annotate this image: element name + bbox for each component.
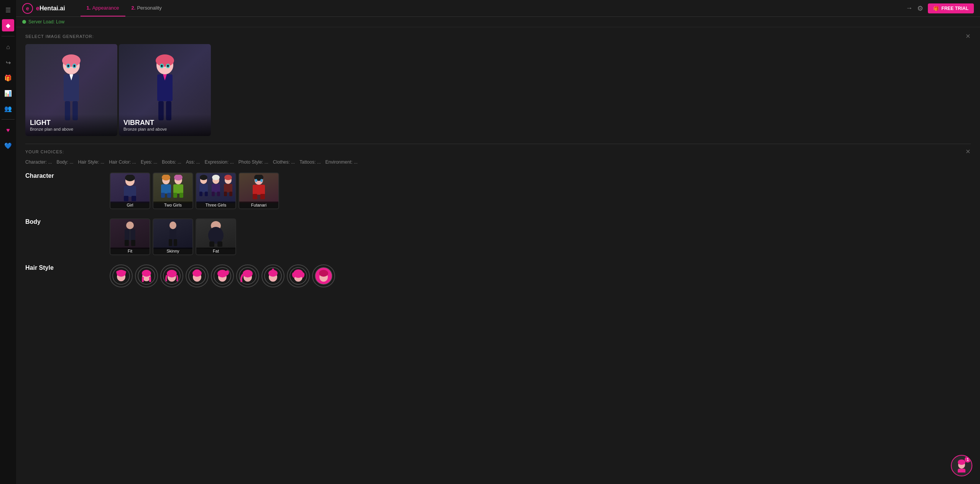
svg-point-64 xyxy=(169,221,176,229)
char-card-futanari[interactable]: Futanari xyxy=(238,172,279,209)
gen-card-light-overlay: LIGHT Bronze plan and above xyxy=(25,114,117,136)
sidebar-icon-login[interactable]: ↪ xyxy=(2,56,14,69)
main-area: e eHentai.ai 1. Appearance 2. Personalit… xyxy=(16,0,980,484)
generator-close-icon[interactable]: ✕ xyxy=(965,33,971,39)
svg-rect-34 xyxy=(173,184,183,194)
body-card-skinny[interactable]: Skinny xyxy=(153,218,193,255)
svg-point-38 xyxy=(200,175,207,180)
hair-card-8[interactable] xyxy=(287,264,310,287)
svg-rect-46 xyxy=(217,192,220,196)
chat-bubble[interactable]: 1 xyxy=(951,455,972,476)
character-section-title: Character xyxy=(25,172,102,179)
svg-rect-51 xyxy=(229,192,232,196)
char-card-two-girls-label: Two Girls xyxy=(153,202,192,208)
body-card-fit[interactable]: Fit xyxy=(110,218,150,255)
choice-hair-color: Hair Color: ... xyxy=(109,159,136,165)
sidebar-icon-group[interactable]: 👥 xyxy=(2,102,14,115)
choices-close-icon[interactable]: ✕ xyxy=(965,149,971,155)
svg-point-83 xyxy=(167,270,177,277)
hair-style-cards xyxy=(110,264,335,287)
choice-photo-style: Photo Style: ... xyxy=(238,159,268,165)
sidebar-icon-diamond[interactable]: ◆ xyxy=(2,19,14,31)
gen-card-light[interactable]: LIGHT Bronze plan and above xyxy=(25,44,117,136)
svg-rect-71 xyxy=(217,241,222,247)
svg-rect-66 xyxy=(169,239,172,246)
svg-rect-62 xyxy=(131,240,135,246)
nav-right: → ⚙ 🎁 FREE TRIAL xyxy=(906,3,974,13)
svg-rect-108 xyxy=(958,469,965,473)
sidebar-icon-home[interactable]: ⌂ xyxy=(2,41,14,53)
hair-style-title: Hair Style xyxy=(25,264,102,271)
gen-card-light-sub: Bronze plan and above xyxy=(30,127,113,131)
hair-card-3[interactable] xyxy=(160,264,183,287)
svg-rect-31 xyxy=(167,193,171,198)
choice-clothes: Clothes: ... xyxy=(273,159,295,165)
svg-point-58 xyxy=(260,179,263,182)
body-row: Body Fi xyxy=(25,218,971,255)
sidebar-icon-heart2[interactable]: 💙 xyxy=(2,139,14,152)
character-cards: Girl xyxy=(110,172,279,209)
svg-point-10 xyxy=(67,65,69,67)
settings-icon[interactable]: ⚙ xyxy=(917,4,923,13)
login-icon[interactable]: → xyxy=(906,4,913,12)
hair-style-icon-3 xyxy=(163,267,181,285)
choice-tattoos: Tattoos: ... xyxy=(299,159,321,165)
gen-card-light-title: LIGHT xyxy=(30,119,113,127)
char-card-girl[interactable]: Girl xyxy=(110,172,150,209)
hair-card-2[interactable] xyxy=(135,264,158,287)
svg-rect-24 xyxy=(124,186,136,197)
svg-point-59 xyxy=(126,221,134,229)
svg-rect-70 xyxy=(209,241,214,247)
body-card-skinny-bg xyxy=(153,219,192,249)
tab-personality[interactable]: 2. Personality xyxy=(125,0,168,16)
sidebar-divider xyxy=(2,36,15,36)
hair-card-4[interactable] xyxy=(186,264,209,287)
hair-style-icon-1 xyxy=(112,267,130,285)
choices-row: Character: ... Body: ... Hair Style: ...… xyxy=(25,159,971,165)
choices-section: YOUR CHOICES: ✕ Character: ... Body: ...… xyxy=(25,149,971,165)
hair-style-icon-6 xyxy=(238,267,257,285)
sidebar-icon-heart[interactable]: ♥ xyxy=(2,124,14,136)
svg-point-11 xyxy=(74,65,76,67)
svg-point-107 xyxy=(958,459,965,465)
char-card-three-girls[interactable]: Three Girls xyxy=(196,172,236,209)
tab-appearance[interactable]: 1. Appearance xyxy=(81,0,125,16)
hair-card-6[interactable] xyxy=(236,264,259,287)
logo-icon: e xyxy=(22,3,33,14)
sidebar-icon-menu[interactable]: ☰ xyxy=(2,4,14,16)
generator-label-text: SELECT IMAGE GENERATOR: xyxy=(25,34,94,39)
choices-section-label: YOUR CHOICES: ✕ xyxy=(25,149,971,155)
two-girls-figure xyxy=(158,175,188,202)
three-girls-figure xyxy=(198,175,234,202)
chat-badge: 1 xyxy=(965,456,971,463)
generator-section-label: SELECT IMAGE GENERATOR: ✕ xyxy=(25,33,971,39)
svg-rect-54 xyxy=(253,185,265,195)
svg-rect-50 xyxy=(224,192,227,196)
hair-style-icon-9 xyxy=(314,267,333,285)
hair-card-9[interactable] xyxy=(312,264,335,287)
body-card-fat[interactable]: Fat xyxy=(196,218,236,255)
body-card-skinny-label: Skinny xyxy=(153,248,192,254)
character-section: Character xyxy=(25,172,971,209)
generator-cards: LIGHT Bronze plan and above xyxy=(25,44,971,136)
svg-text:e: e xyxy=(26,5,29,11)
sidebar-icon-chart[interactable]: 📊 xyxy=(2,87,14,99)
svg-rect-36 xyxy=(179,193,183,198)
sidebar-icon-gift[interactable]: 🎁 xyxy=(2,72,14,84)
char-card-two-girls[interactable]: Two Girls xyxy=(153,172,193,209)
gen-card-vibrant[interactable]: VIBRANT Bronze plan and above xyxy=(119,44,211,136)
svg-point-87 xyxy=(194,269,200,273)
svg-rect-61 xyxy=(125,240,129,246)
tab-personality-label: Personality xyxy=(137,5,161,11)
nav-tabs: 1. Appearance 2. Personality xyxy=(81,0,168,16)
choice-hair-style: Hair Style: ... xyxy=(78,159,104,165)
hair-card-1[interactable] xyxy=(110,264,133,287)
hair-card-7[interactable] xyxy=(261,264,284,287)
character-section-info: Character xyxy=(25,172,102,184)
svg-rect-39 xyxy=(199,184,208,192)
tab-appearance-num: 1. xyxy=(87,5,91,11)
svg-rect-45 xyxy=(212,192,215,196)
free-trial-button[interactable]: 🎁 FREE TRIAL xyxy=(928,3,974,13)
hair-card-5[interactable] xyxy=(211,264,234,287)
fat-figure xyxy=(202,221,229,248)
